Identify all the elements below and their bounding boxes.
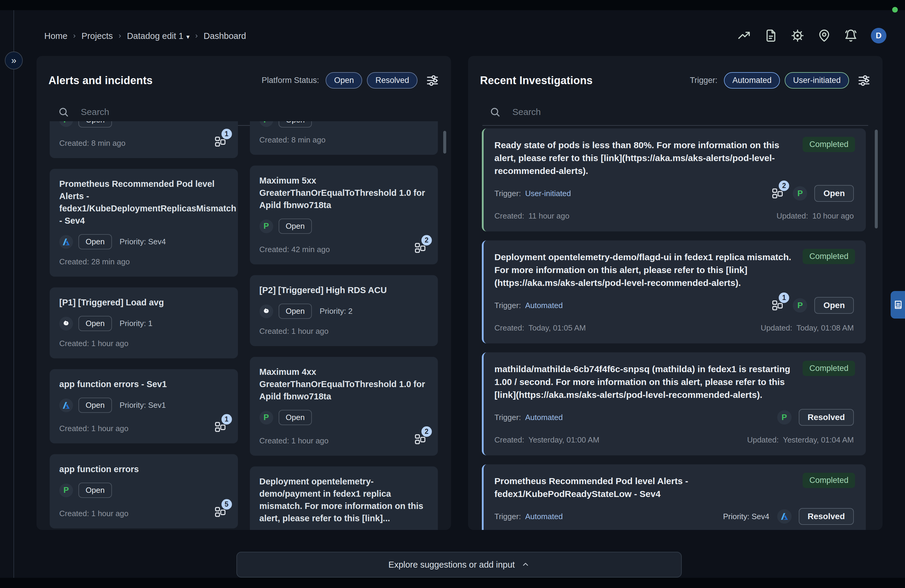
related-items-cluster[interactable]: 1 — [214, 135, 227, 148]
avatar[interactable]: D — [871, 28, 886, 43]
alerts-column: POpenCreated: 8 min ago1Prometheus Recom… — [50, 121, 238, 530]
trending-icon[interactable] — [738, 29, 751, 42]
filter-sliders-icon[interactable] — [857, 74, 870, 87]
trigger-filter-label: Trigger: — [690, 76, 718, 85]
alerts-incidents-panel: Alerts and incidents Platform Status: Op… — [37, 56, 451, 530]
status-pill: Open — [78, 234, 112, 250]
updated-timestamp: Updated:Today, 01:08 AM — [761, 323, 854, 333]
notifications-icon[interactable] — [844, 29, 857, 42]
related-items-cluster[interactable]: 1 — [214, 421, 227, 433]
priority-label: Priority: 1 — [120, 319, 152, 328]
priority-label: Priority: 2 — [320, 307, 352, 316]
filter-pill-automated[interactable]: Automated — [724, 72, 780, 89]
alert-card[interactable]: app function errors - Sev1OpenPriority: … — [50, 369, 238, 443]
datadog-icon — [259, 305, 273, 318]
prometheus-icon: P — [259, 121, 273, 127]
count-badge: 2 — [421, 235, 432, 245]
open-button[interactable]: Open — [814, 297, 854, 314]
sidebar-divider — [13, 10, 14, 578]
created-label: Created: 8 min ago — [259, 135, 325, 145]
settings-icon[interactable] — [791, 29, 804, 42]
related-items-cluster[interactable]: 2 — [414, 242, 427, 254]
breadcrumb-item-projects[interactable]: Projects — [81, 31, 113, 41]
completed-badge: Completed — [803, 137, 855, 152]
created-timestamp: Created:Today, 01:05 AM — [494, 323, 586, 333]
window-top-strip — [0, 0, 905, 10]
filter-pill-resolved[interactable]: Resolved — [367, 72, 418, 89]
investigation-card[interactable]: Completedmathilda/mathilda-6cb74f4f6c-sn… — [482, 352, 866, 455]
related-items-cluster[interactable]: 1 — [771, 299, 784, 311]
chevron-right-icon — [117, 34, 122, 38]
docs-side-tab[interactable] — [891, 291, 905, 319]
alert-title: Maximum 4xx GreaterThanOrEqualToThreshol… — [259, 366, 429, 403]
resolved-button[interactable]: Resolved — [799, 508, 854, 525]
completed-badge: Completed — [803, 361, 855, 376]
investigation-card[interactable]: CompletedDeployment opentelemetry-demo/f… — [482, 240, 866, 343]
alert-card[interactable]: Deployment opentelemetry-demo/payment in… — [250, 466, 438, 530]
breadcrumb-item-home[interactable]: Home — [44, 31, 67, 41]
alerts-search-input[interactable] — [81, 107, 350, 117]
count-badge: 1 — [779, 292, 789, 303]
related-items-cluster[interactable]: 2 — [414, 433, 427, 445]
alert-card[interactable]: [P2] [Triggered] High RDS ACUOpenPriorit… — [250, 275, 438, 346]
alert-title: app function errors - Sev1 — [59, 378, 229, 390]
investigations-scrollbar[interactable] — [875, 130, 878, 229]
caret-down-icon[interactable]: ▾ — [186, 33, 190, 40]
breadcrumb-item-datadog-edit-1[interactable]: Datadog edit 1▾ — [127, 31, 189, 41]
investigation-card[interactable]: CompletedPrometheus Recommended Pod leve… — [482, 464, 866, 530]
created-label: Created: 28 min ago — [59, 257, 130, 267]
trigger-label: Trigger: — [494, 189, 521, 198]
created-timestamp: Created:Yesterday, 01:00 AM — [494, 435, 599, 445]
investigations-search-input[interactable] — [512, 107, 782, 117]
resolved-button[interactable]: Resolved — [799, 409, 854, 426]
alert-card[interactable]: [P1] [Triggered] Load avgOpenPriority: 1… — [50, 288, 238, 358]
prometheus-icon: P — [793, 186, 807, 200]
created-label: Created: 1 hour ago — [59, 339, 129, 348]
platform-status-label: Platform Status: — [262, 76, 319, 85]
alerts-column: POpenCreated: 8 min agoMaximum 5xx Great… — [250, 121, 438, 530]
investigation-title: Prometheus Recommended Pod level Alerts … — [494, 475, 854, 500]
alerts-scrollbar[interactable] — [443, 131, 446, 154]
breadcrumb-item-dashboard[interactable]: Dashboard — [203, 31, 246, 41]
alert-card[interactable]: app function errorsPOpenCreated: 1 hour … — [50, 454, 238, 528]
prometheus-icon: P — [59, 121, 73, 127]
related-items-cluster[interactable]: 5 — [214, 506, 227, 518]
prometheus-icon: P — [59, 483, 73, 497]
status-pill: Open — [279, 304, 312, 319]
trigger-value: Automated — [525, 413, 563, 422]
alert-card[interactable]: Maximum 4xx GreaterThanOrEqualToThreshol… — [250, 357, 438, 456]
location-icon[interactable] — [818, 29, 831, 42]
alert-title: [P2] [Triggered] High RDS ACU — [259, 284, 429, 296]
investigation-card[interactable]: CompletedReady state of pods is less tha… — [482, 129, 866, 231]
alert-card[interactable]: POpenCreated: 8 min ago1 — [50, 121, 238, 158]
chevron-up-icon — [521, 561, 530, 569]
alert-card[interactable]: Maximum 5xx GreaterThanOrEqualToThreshol… — [250, 165, 438, 264]
count-badge: 1 — [221, 129, 232, 139]
filter-sliders-icon[interactable] — [426, 74, 439, 87]
alert-card[interactable]: POpenCreated: 8 min ago — [250, 121, 438, 155]
explore-suggestions-bar[interactable]: Explore suggestions or add input — [237, 552, 682, 577]
completed-badge: Completed — [803, 473, 855, 488]
chevron-right-icon — [194, 34, 199, 38]
open-button[interactable]: Open — [814, 185, 854, 202]
sidebar-expand-button[interactable]: » — [5, 51, 23, 70]
status-pill: Open — [279, 219, 312, 234]
trigger-value: Automated — [525, 512, 563, 521]
related-items-cluster[interactable]: 2 — [771, 187, 784, 200]
created-label: Created: 1 hour ago — [259, 327, 329, 336]
filter-pill-open[interactable]: Open — [325, 72, 362, 89]
alert-card[interactable]: Prometheus Recommended Pod level Alerts … — [50, 169, 238, 277]
status-pill: Open — [279, 121, 312, 127]
count-badge: 1 — [221, 414, 232, 424]
search-icon — [58, 106, 69, 118]
alerts-panel-title: Alerts and incidents — [49, 74, 152, 87]
breadcrumb: HomeProjectsDatadog edit 1▾Dashboard — [44, 29, 246, 43]
document-icon[interactable] — [764, 29, 778, 42]
investigation-title: mathilda/mathilda-6cb74f4f6c-snpsq (math… — [494, 362, 854, 401]
alert-title: app function errors — [59, 463, 229, 475]
created-label: Created: 1 hour ago — [259, 436, 329, 445]
filter-pill-user-initiated[interactable]: User-initiated — [785, 72, 849, 89]
recent-investigations-panel: Recent Investigations Trigger: Automated… — [468, 56, 883, 530]
book-icon — [893, 300, 903, 310]
count-badge: 5 — [221, 499, 232, 510]
